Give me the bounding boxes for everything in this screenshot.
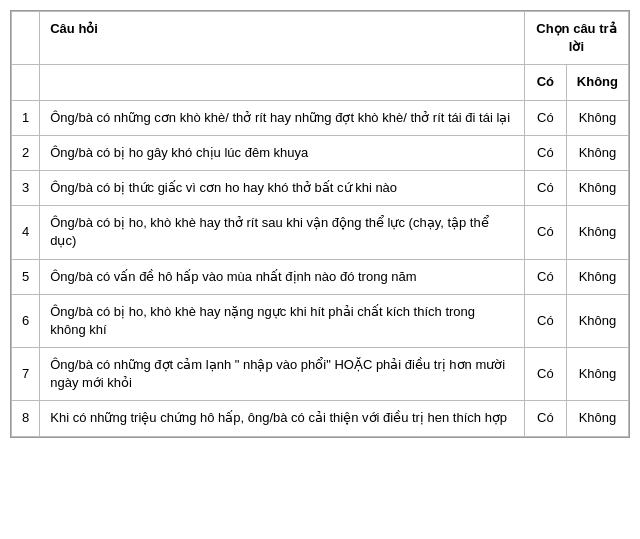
header-choose: Chọn câu trả lời xyxy=(524,12,628,65)
header-num xyxy=(12,12,40,65)
row-khong: Không xyxy=(566,170,628,205)
row-number: 5 xyxy=(12,259,40,294)
row-number: 6 xyxy=(12,294,40,347)
table-row: 4Ông/bà có bị ho, khò khè hay thở rít sa… xyxy=(12,206,629,259)
row-question: Khi có những triệu chứng hô hấp, ông/bà … xyxy=(40,401,525,436)
table-row: 5Ông/bà có vấn đề hô hấp vào mùa nhất đị… xyxy=(12,259,629,294)
header-num-sub xyxy=(12,65,40,100)
row-co: Có xyxy=(524,170,566,205)
row-number: 3 xyxy=(12,170,40,205)
table-row: 1Ông/bà có những cơn khò khè/ thở rít ha… xyxy=(12,100,629,135)
row-question: Ông/bà có bị thức giấc vì cơn ho hay khó… xyxy=(40,170,525,205)
header-co: Có xyxy=(524,65,566,100)
row-khong: Không xyxy=(566,259,628,294)
row-number: 1 xyxy=(12,100,40,135)
row-co: Có xyxy=(524,348,566,401)
row-number: 7 xyxy=(12,348,40,401)
row-question: Ông/bà có những đợt cảm lạnh " nhập vào … xyxy=(40,348,525,401)
row-number: 2 xyxy=(12,135,40,170)
row-question: Ông/bà có những cơn khò khè/ thở rít hay… xyxy=(40,100,525,135)
row-khong: Không xyxy=(566,294,628,347)
table-row: 3Ông/bà có bị thức giấc vì cơn ho hay kh… xyxy=(12,170,629,205)
row-co: Có xyxy=(524,100,566,135)
questionnaire-table: Câu hỏiChọn câu trả lờiCóKhông 1Ông/bà c… xyxy=(10,10,630,438)
row-co: Có xyxy=(524,294,566,347)
row-co: Có xyxy=(524,135,566,170)
table-row: 7Ông/bà có những đợt cảm lạnh " nhập vào… xyxy=(12,348,629,401)
row-co: Có xyxy=(524,401,566,436)
row-co: Có xyxy=(524,206,566,259)
row-question: Ông/bà có bị ho, khò khè hay nặng ngực k… xyxy=(40,294,525,347)
row-number: 4 xyxy=(12,206,40,259)
row-co: Có xyxy=(524,259,566,294)
header-khong: Không xyxy=(566,65,628,100)
row-khong: Không xyxy=(566,206,628,259)
header-question: Câu hỏi xyxy=(40,12,525,65)
row-question: Ông/bà có vấn đề hô hấp vào mùa nhất địn… xyxy=(40,259,525,294)
row-khong: Không xyxy=(566,135,628,170)
row-question: Ông/bà có bị ho gây khó chịu lúc đêm khu… xyxy=(40,135,525,170)
table-row: 8Khi có những triệu chứng hô hấp, ông/bà… xyxy=(12,401,629,436)
header-question-sub xyxy=(40,65,525,100)
row-khong: Không xyxy=(566,348,628,401)
table-row: 6Ông/bà có bị ho, khò khè hay nặng ngực … xyxy=(12,294,629,347)
row-number: 8 xyxy=(12,401,40,436)
table-row: 2Ông/bà có bị ho gây khó chịu lúc đêm kh… xyxy=(12,135,629,170)
row-khong: Không xyxy=(566,100,628,135)
row-question: Ông/bà có bị ho, khò khè hay thở rít sau… xyxy=(40,206,525,259)
row-khong: Không xyxy=(566,401,628,436)
